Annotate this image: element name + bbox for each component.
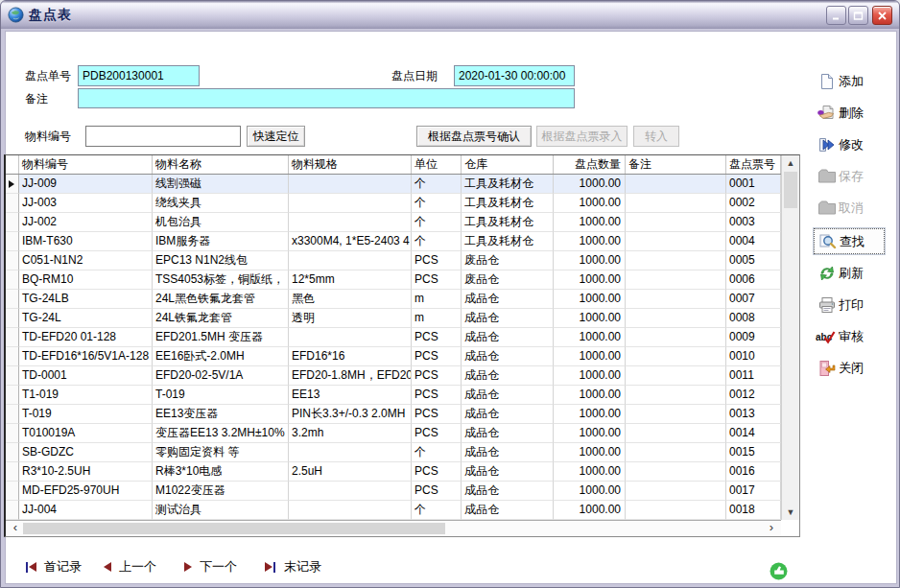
table-cell[interactable]: 1000.00	[554, 232, 626, 251]
table-cell[interactable]: 黑色	[289, 290, 412, 309]
table-cell[interactable]: 12*5mm	[289, 270, 412, 290]
table-cell[interactable]: EFD201.5MH 变压器	[153, 328, 289, 347]
table-cell[interactable]: PCS	[412, 386, 462, 405]
table-cell[interactable]: 0017	[726, 482, 781, 501]
minimize-button[interactable]	[826, 6, 846, 25]
table-row[interactable]: T010019A变压器EE13 3.2MH±10%3.2mhPCS成品仓1000…	[6, 424, 799, 443]
horizontal-scroll-thumb[interactable]	[23, 523, 445, 534]
table-cell[interactable]: 工具及耗材仓	[462, 175, 554, 194]
table-cell[interactable]: TD-0001	[19, 366, 153, 386]
table-cell[interactable]: 0009	[726, 328, 781, 347]
table-cell[interactable]: 0013	[726, 405, 781, 424]
table-cell[interactable]: R3*10-2.5UH	[19, 462, 153, 482]
table-cell[interactable]	[626, 347, 726, 366]
horizontal-scrollbar[interactable]: ‹ ›	[6, 520, 781, 536]
table-cell[interactable]	[289, 443, 412, 462]
table-cell[interactable]: BQ-RM10	[19, 270, 153, 290]
table-cell[interactable]: 0010	[726, 347, 781, 366]
column-header[interactable]: 盘点票号	[726, 155, 781, 174]
table-cell[interactable]: 0007	[726, 290, 781, 309]
sidebar-button-audit-check[interactable]: abc审核	[816, 323, 887, 349]
table-cell[interactable]: 0002	[726, 194, 781, 213]
table-cell[interactable]: MD-EFD25-970UH	[19, 482, 153, 501]
table-cell[interactable]: 成品仓	[462, 501, 554, 520]
table-cell[interactable]: 成品仓	[462, 462, 554, 482]
table-cell[interactable]	[626, 405, 726, 424]
nav-next-record[interactable]: 下一个	[184, 558, 237, 576]
table-cell[interactable]: EFD20-1.8MH，EFD20	[289, 366, 412, 386]
table-cell[interactable]	[626, 386, 726, 405]
table-row[interactable]: C051-N1N2EPC13 N1N2线包PCS废品仓1000.000005	[6, 251, 799, 270]
table-cell[interactable]: 0003	[726, 213, 781, 232]
table-cell[interactable]: TSS4053标签，铜版纸，	[153, 270, 289, 290]
table-cell[interactable]	[289, 213, 412, 232]
titlebar[interactable]: 盘点表	[1, 1, 899, 29]
table-cell[interactable]	[289, 251, 412, 270]
table-cell[interactable]: TD-EFD20 01-128	[19, 328, 153, 347]
table-cell[interactable]: PCS	[412, 462, 462, 482]
table-cell[interactable]	[626, 270, 726, 290]
table-cell[interactable]: 零购固定资料 等	[153, 443, 289, 462]
table-cell[interactable]: 1000.00	[554, 290, 626, 309]
table-cell[interactable]	[289, 328, 412, 347]
maximize-button[interactable]	[848, 6, 868, 25]
nav-last-record[interactable]: 末记录	[265, 558, 321, 576]
sidebar-button-close-door[interactable]: 关闭	[816, 355, 887, 381]
table-cell[interactable]: 24L黑色铁氟龙套管	[153, 290, 289, 309]
table-cell[interactable]	[626, 175, 726, 194]
table-cell[interactable]	[626, 462, 726, 482]
table-row[interactable]: TD-EFD20 01-128EFD201.5MH 变压器PCS成品仓1000.…	[6, 328, 799, 347]
table-cell[interactable]: C051-N1N2	[19, 251, 153, 270]
date-field[interactable]	[454, 65, 575, 86]
table-cell[interactable]: PCS	[412, 347, 462, 366]
table-cell[interactable]: 1000.00	[554, 309, 626, 328]
sidebar-button-refresh[interactable]: 刷新	[816, 260, 887, 286]
table-cell[interactable]: PCS	[412, 366, 462, 386]
sidebar-button-add-document[interactable]: 添加	[816, 68, 887, 94]
table-cell[interactable]: 0015	[726, 443, 781, 462]
table-cell[interactable]	[626, 443, 726, 462]
table-cell[interactable]: 废品仓	[462, 251, 554, 270]
scroll-right-icon[interactable]: ›	[764, 521, 779, 536]
table-cell[interactable]	[289, 501, 412, 520]
table-cell[interactable]: 成品仓	[462, 482, 554, 501]
table-cell[interactable]: TG-24LB	[19, 290, 153, 309]
table-cell[interactable]: EE13	[289, 386, 412, 405]
table-row[interactable]: TG-24LB24L黑色铁氟龙套管黑色m成品仓1000.000007	[6, 290, 799, 309]
table-row[interactable]: TD-EFD16*16/5V1A-128EE16卧式-2.0MHEFD16*16…	[6, 347, 799, 366]
table-cell[interactable]	[626, 213, 726, 232]
table-cell[interactable]	[626, 290, 726, 309]
table-cell[interactable]: 成品仓	[462, 366, 554, 386]
sidebar-button-modify[interactable]: 修改	[816, 131, 887, 157]
vertical-scroll-thumb[interactable]	[784, 172, 797, 208]
table-cell[interactable]: SB-GDZC	[19, 443, 153, 462]
table-cell[interactable]: PIN长3.3+/-0.3 2.0MH	[289, 405, 412, 424]
table-cell[interactable]	[626, 328, 726, 347]
table-cell[interactable]	[626, 424, 726, 443]
table-cell[interactable]: T010019A	[19, 424, 153, 443]
table-cell[interactable]: JJ-004	[19, 501, 153, 520]
table-cell[interactable]: EE16卧式-2.0MH	[153, 347, 289, 366]
table-cell[interactable]: 工具及耗材仓	[462, 232, 554, 251]
table-cell[interactable]: T-019	[153, 386, 289, 405]
table-cell[interactable]: TD-EFD16*16/5V1A-128	[19, 347, 153, 366]
column-header[interactable]: 仓库	[462, 155, 554, 174]
table-cell[interactable]: 成品仓	[462, 328, 554, 347]
table-row[interactable]: JJ-002机包治具个工具及耗材仓1000.000003	[6, 213, 799, 232]
column-header[interactable]: 物料名称	[153, 155, 289, 174]
column-header[interactable]: 单位	[412, 155, 462, 174]
column-header[interactable]: 备注	[626, 155, 726, 174]
table-cell[interactable]: PCS	[412, 424, 462, 443]
table-cell[interactable]: 变压器EE13 3.2MH±10%	[153, 424, 289, 443]
table-cell[interactable]: 0008	[726, 309, 781, 328]
table-cell[interactable]: 个	[412, 194, 462, 213]
table-cell[interactable]: 成品仓	[462, 424, 554, 443]
table-cell[interactable]: EFD16*16	[289, 347, 412, 366]
table-cell[interactable]	[626, 309, 726, 328]
table-cell[interactable]: 成品仓	[462, 347, 554, 366]
scroll-left-icon[interactable]: ‹	[8, 521, 23, 536]
table-row[interactable]: TD-0001EFD20-02-5V/1AEFD20-1.8MH，EFD20PC…	[6, 366, 799, 386]
table-cell[interactable]: 机包治具	[153, 213, 289, 232]
table-cell[interactable]: 0011	[726, 366, 781, 386]
table-cell[interactable]	[626, 366, 726, 386]
